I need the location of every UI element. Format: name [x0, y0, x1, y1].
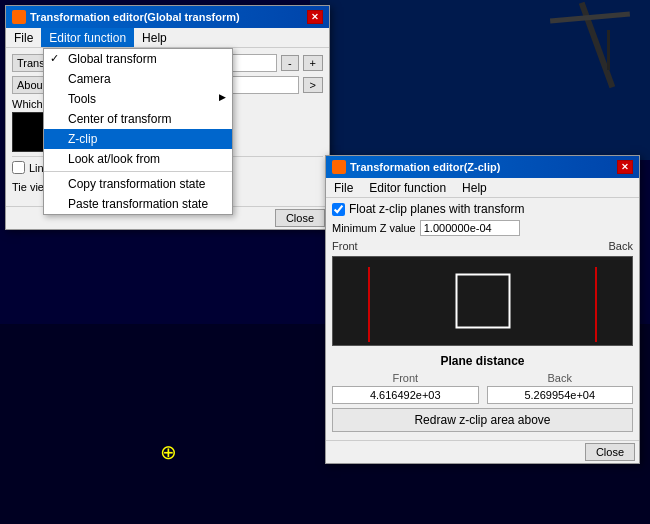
- dropdown-tools[interactable]: Tools: [44, 89, 232, 109]
- zclip-window-icon: [332, 160, 346, 174]
- plane-distance-title: Plane distance: [332, 354, 633, 368]
- back-label: Back: [609, 240, 633, 252]
- min-z-row: Minimum Z value: [326, 220, 639, 236]
- dropdown-separator: [44, 171, 232, 172]
- dropdown-center-of-transform[interactable]: Center of transform: [44, 109, 232, 129]
- zclip-menu-editor-function[interactable]: Editor function: [361, 178, 454, 197]
- zclip-preview: [332, 256, 633, 346]
- front-clip-line: [368, 267, 370, 342]
- arrow-btn[interactable]: >: [303, 77, 323, 93]
- zclip-menu-bar: File Editor function Help: [326, 178, 639, 198]
- back-col-label: Back: [487, 372, 634, 384]
- zclip-title-left: Transformation editor(Z-clip): [332, 160, 500, 174]
- back-clip-line: [595, 267, 597, 342]
- min-z-label: Minimum Z value: [332, 222, 416, 234]
- dropdown-camera[interactable]: Camera: [44, 69, 232, 89]
- editor-function-dropdown: Global transform Camera Tools Center of …: [43, 48, 233, 215]
- dropdown-global-transform[interactable]: Global transform: [44, 49, 232, 69]
- plane-distance-section: Plane distance Front Back Redraw z-clip …: [326, 350, 639, 440]
- global-menu-editor-function[interactable]: Editor function: [41, 28, 134, 47]
- dropdown-paste-transform[interactable]: Paste transformation state: [44, 194, 232, 214]
- global-title-bar: Transformation editor(Global transform) …: [6, 6, 329, 28]
- global-menu-file[interactable]: File: [6, 28, 41, 47]
- front-distance-input[interactable]: [332, 386, 479, 404]
- dropdown-look-at[interactable]: Look at/look from: [44, 149, 232, 169]
- redraw-button[interactable]: Redraw z-clip area above: [332, 408, 633, 432]
- back-col: Back: [487, 372, 634, 404]
- min-z-input[interactable]: [420, 220, 520, 236]
- front-col-label: Front: [332, 372, 479, 384]
- minus-btn[interactable]: -: [281, 55, 299, 71]
- title-bar-left: Transformation editor(Global transform): [12, 10, 240, 24]
- zclip-menu-help[interactable]: Help: [454, 178, 495, 197]
- zclip-title-bar: Transformation editor(Z-clip) ✕: [326, 156, 639, 178]
- global-close-button[interactable]: Close: [275, 209, 325, 227]
- global-close-x-button[interactable]: ✕: [307, 10, 323, 24]
- back-distance-input[interactable]: [487, 386, 634, 404]
- zclip-bottom-bar: Close: [326, 440, 639, 463]
- zclip-window: Transformation editor(Z-clip) ✕ File Edi…: [325, 155, 640, 464]
- bg-top-right: [310, 0, 650, 160]
- dropdown-copy-transform[interactable]: Copy transformation state: [44, 174, 232, 194]
- float-zclip-row: Float z-clip planes with transform: [332, 202, 633, 216]
- plus-btn[interactable]: +: [303, 55, 323, 71]
- global-title-text: Transformation editor(Global transform): [30, 11, 240, 23]
- front-back-labels: Front Back: [326, 240, 639, 252]
- plane-cols: Front Back: [332, 372, 633, 404]
- front-col: Front: [332, 372, 479, 404]
- link-transforms-checkbox[interactable]: [12, 161, 25, 174]
- front-label: Front: [332, 240, 358, 252]
- float-zclip-label: Float z-clip planes with transform: [349, 202, 524, 216]
- global-transform-window: Transformation editor(Global transform) …: [5, 5, 330, 230]
- crane-cable: [607, 30, 610, 70]
- zclip-close-button[interactable]: Close: [585, 443, 635, 461]
- zclip-title-text: Transformation editor(Z-clip): [350, 161, 500, 173]
- move-cursor-icon: ⊕: [160, 440, 177, 464]
- zclip-menu-file[interactable]: File: [326, 178, 361, 197]
- global-menu-bar: File Editor function Help: [6, 28, 329, 48]
- window-icon: [12, 10, 26, 24]
- dropdown-zclip[interactable]: Z-clip: [44, 129, 232, 149]
- zclip-close-x-button[interactable]: ✕: [617, 160, 633, 174]
- clip-rect: [455, 274, 510, 329]
- global-menu-help[interactable]: Help: [134, 28, 175, 47]
- float-zclip-checkbox[interactable]: [332, 203, 345, 216]
